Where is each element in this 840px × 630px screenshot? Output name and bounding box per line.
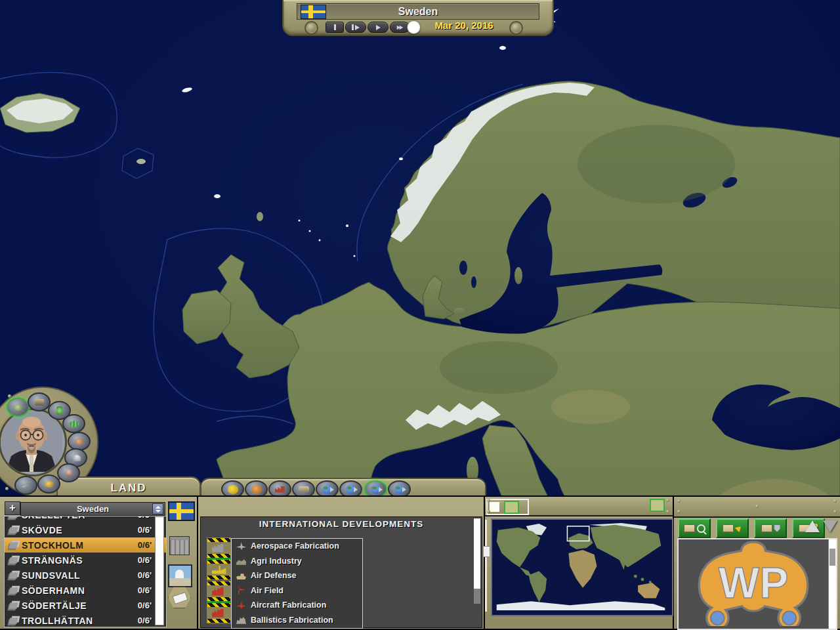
layer-toggle-right[interactable] [650,499,665,512]
finance-button[interactable] [62,414,85,433]
industrialization-section: INTERNATIONAL DEVELOPMENTS Aerospace Fab… [198,497,484,629]
city-name: SKELLEFTEÅ [22,516,138,520]
build-crane-button[interactable] [207,559,231,580]
development-icon [236,542,246,550]
build-red-industry-button[interactable] [207,581,231,602]
land-mode-button[interactable] [7,398,30,417]
pause-button[interactable] [326,22,344,33]
globe-icon [394,484,404,494]
minimap-zoom-slider[interactable] [485,520,487,612]
city-icon [9,572,18,579]
layer-toggle-white[interactable] [490,502,499,512]
detail-scrollbar[interactable] [828,539,836,629]
country-name: Sweden [398,6,438,18]
minimap[interactable] [491,518,673,616]
scroll-left-button[interactable] [304,21,318,35]
build-industry-button[interactable] [207,537,231,558]
minister-face [1,410,62,472]
worker-icon [228,485,238,494]
city-name: SÖDERHAMN [22,585,138,596]
minimap-toolbar [485,497,673,516]
satellite-dish-icon [72,455,81,461]
treasury-button[interactable] [37,474,60,494]
city-row[interactable]: SKELLEFTEÅ 0/6' [5,516,166,522]
city-icon [9,557,18,564]
handshake-icon [75,438,84,445]
policy-button[interactable] [14,476,37,495]
terrain-icon [14,404,23,411]
shield-icon [774,525,780,532]
calendar-icon[interactable] [169,536,190,555]
development-row[interactable]: Agri Industry [232,554,362,569]
factory-icon [275,486,285,493]
reserve-unit-button[interactable] [754,518,787,538]
tools-toolbar [674,497,840,518]
development-row[interactable]: Aerospace Fabrication [232,539,362,554]
price-tag-icon[interactable] [168,587,191,608]
gray-factory-icon [212,544,226,553]
city-list: SKELLEFTEÅ 0/6' SKÖVDE 0/6' STOCKHOLM 0/… [4,516,167,627]
scroll-right-button[interactable] [509,21,523,35]
development-icon [236,616,246,624]
add-button[interactable]: + [5,501,20,515]
city-icon [9,618,18,624]
development-row[interactable]: Air Field [232,583,362,598]
layer-toggle-green[interactable] [504,501,519,514]
defense-button[interactable] [57,463,80,482]
developments-list: Aerospace Fabrication Agri Industry Air … [231,538,363,629]
globe-icon [371,484,381,494]
development-row[interactable]: Ballistics Fabrication [232,613,362,628]
city-row[interactable]: STRÄNGNÄS 0/6' [5,553,166,568]
ff-icon-2 [399,25,403,29]
city-value: 0/6' [138,585,152,595]
city-row[interactable]: STOCKHOLM 0/6' [5,537,166,553]
rivet [677,510,681,513]
deploy-arrow-icon [735,524,744,533]
developments-scrollbar[interactable] [474,518,480,604]
city-name: STOCKHOLM [22,540,138,551]
developments-title: INTERNATIONAL DEVELOPMENTS [201,519,482,529]
minimap-section [485,497,673,629]
city-tools-column [165,498,196,627]
scroll-up-button[interactable] [805,520,820,532]
development-row[interactable]: Aircraft Fabrication [232,598,362,613]
country-nameplate: Sweden [297,3,539,20]
pen-icon [22,482,31,488]
minimap-zoom-thumb[interactable] [483,546,490,557]
city-row[interactable]: SÖDERHAMN 0/6' [5,583,166,598]
city-row[interactable]: SKÖVDE 0/6' [5,522,166,537]
country-selector[interactable]: Sweden [20,502,165,516]
city-name: SUNDSVALL [22,570,138,581]
development-row[interactable]: Air Defense [232,568,362,583]
city-name: SKÖVDE [22,525,138,536]
scroll-down-button[interactable] [823,520,837,532]
city-row[interactable]: TROLLHÄTTAN 0/6' [5,613,166,627]
development-icon [236,557,246,565]
clock-icon [407,20,421,34]
rivet [833,510,837,513]
city-mode-button[interactable] [28,392,51,411]
play-slow-button[interactable] [345,22,366,33]
deploy-unit-button[interactable] [716,518,749,538]
build-red-industry-2-button[interactable] [207,602,231,623]
land-tab-label: LAND [110,482,146,495]
country-spinner[interactable] [152,503,163,514]
play-button[interactable] [368,22,388,33]
rivet [5,487,9,490]
city-name: SÖDERTÄLJE [22,600,138,611]
city-list-scrollbar[interactable] [155,516,164,625]
development-label: Ballistics Fabrication [251,616,333,625]
city-photo-icon[interactable] [168,564,192,587]
city-row[interactable]: SÖDERTÄLJE 0/6' [5,598,166,613]
minimap-world [492,520,669,612]
city-icon [9,542,18,549]
city-value: 0/6' [138,555,152,565]
rivet [487,499,490,502]
development-icon [236,587,246,595]
development-label: Air Field [251,586,284,595]
city-row[interactable]: SUNDSVALL 0/6' [5,568,166,583]
inspect-unit-button[interactable] [678,518,711,538]
rivet [666,499,669,502]
globe-icon [346,484,356,494]
development-label: Agri Industry [251,556,302,566]
